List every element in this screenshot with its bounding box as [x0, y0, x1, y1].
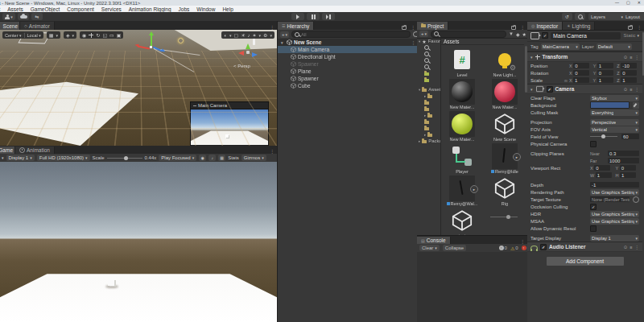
tab-lighting[interactable]: ☀Lighting: [563, 22, 595, 30]
snap-icon[interactable]: ◈: [66, 32, 70, 38]
hierarchy-item-spawner-disabled[interactable]: Spawner: [278, 60, 418, 68]
far-clip-field[interactable]: 1000: [608, 158, 639, 163]
asset-subfolder[interactable]: [417, 118, 440, 125]
hierarchy-item-spawner[interactable]: Spawner: [278, 75, 418, 82]
move-tool-icon[interactable]: [89, 33, 93, 38]
rotate-tool-icon[interactable]: ↻: [96, 32, 100, 38]
hierarchy-search[interactable]: [291, 31, 411, 38]
background-color-swatch[interactable]: [590, 101, 630, 109]
help-icon[interactable]: ⊙: [624, 245, 628, 250]
favorites-root[interactable]: ▾★Favorites: [417, 38, 440, 44]
orientation-gizmo[interactable]: [239, 44, 257, 60]
active-checkbox[interactable]: ✓: [542, 32, 548, 39]
scale-z-field[interactable]: 1: [621, 77, 637, 83]
expand-badge-icon[interactable]: ▸: [470, 185, 478, 193]
msaa-dropdown[interactable]: Use Graphics Settings▾: [590, 218, 639, 225]
panel-menu-icon[interactable]: ⋮: [267, 148, 277, 154]
mute-audio-icon[interactable]: ♪: [208, 155, 216, 161]
play-button[interactable]: [291, 13, 304, 20]
static-dropdown[interactable]: Static▾: [623, 33, 639, 38]
asset-tile-remy-idle[interactable]: ▸ Remy@Idle: [486, 143, 523, 174]
tab-animator[interactable]: ◇Animator: [20, 22, 55, 30]
2d-toggle-icon[interactable]: ▢: [233, 32, 238, 38]
game-viewport[interactable]: [0, 162, 277, 322]
favorites-search-item[interactable]: [417, 44, 440, 51]
asset-tile-player[interactable]: Player: [444, 143, 481, 174]
save-search-icon[interactable]: ★: [522, 31, 526, 37]
position-x-field[interactable]: 0: [573, 63, 589, 68]
physical-camera-checkbox[interactable]: [590, 141, 597, 147]
asset-subfolder[interactable]: [417, 105, 440, 112]
project-search[interactable]: [431, 31, 506, 38]
asset-subfolder[interactable]: [417, 99, 440, 105]
foldout-icon[interactable]: ▾: [530, 55, 533, 60]
component-menu-icon[interactable]: ⋮: [635, 55, 640, 60]
warning-filter[interactable]: ⚠0: [510, 246, 518, 251]
dynamic-resolution-checkbox[interactable]: [590, 225, 597, 232]
fov-slider-knob[interactable]: [601, 134, 605, 138]
camera-settings-icon[interactable]: ⚙: [263, 32, 267, 38]
account-button[interactable]: ▾: [2, 13, 15, 20]
position-y-field[interactable]: 1: [597, 63, 613, 68]
hierarchy-scene-root[interactable]: ▾ New Scene ⋮: [278, 39, 418, 46]
link-scale-icon[interactable]: ∞: [564, 78, 568, 83]
menu-gameobject[interactable]: GameObject: [31, 6, 60, 12]
asset-tile-rig[interactable]: Rig: [486, 175, 523, 206]
favorites-search-item[interactable]: [417, 57, 440, 64]
panel-menu-icon[interactable]: ⋮: [518, 24, 527, 30]
cloud-button[interactable]: [18, 13, 29, 20]
tab-inspector[interactable]: ◎Inspector: [527, 22, 563, 30]
hierarchy-item-plane[interactable]: Plane: [278, 68, 418, 75]
tab-animation[interactable]: Animation: [15, 147, 55, 154]
console-log-area[interactable]: [417, 252, 527, 322]
clear-flags-dropdown[interactable]: Skybox▾: [590, 95, 639, 101]
menu-jobs[interactable]: Jobs: [179, 6, 190, 12]
filter-by-label-icon[interactable]: ◆: [516, 31, 520, 37]
rotation-z-field[interactable]: 0: [621, 70, 637, 76]
preset-icon[interactable]: ≡: [630, 245, 632, 250]
view-tool-icon[interactable]: ◉: [82, 32, 86, 38]
breadcrumb[interactable]: Assets: [441, 38, 524, 45]
gizmo-center-cube[interactable]: [246, 51, 250, 54]
scene-viewport[interactable]: < Persp Main Camera Center ▾ Local ▾ ▦▾ …: [0, 30, 277, 146]
depth-field[interactable]: -1: [590, 182, 639, 188]
persp-label[interactable]: < Persp: [233, 64, 250, 68]
collab-button[interactable]: ⇆: [31, 13, 43, 20]
projection-dropdown[interactable]: Perspective▾: [590, 119, 639, 126]
gizmo-y-cone[interactable]: [246, 43, 250, 49]
target-display-dropdown[interactable]: Display 1▾: [590, 235, 639, 242]
resolution-dropdown[interactable]: Full HD (1920x1080)▾: [37, 155, 90, 161]
step-button[interactable]: [322, 13, 335, 20]
rotation-y-field[interactable]: 0: [597, 70, 613, 76]
scale-y-field[interactable]: 1: [597, 77, 613, 83]
clear-button[interactable]: Clear▾: [419, 245, 440, 251]
search-button[interactable]: [575, 13, 585, 20]
asset-tile-material-black[interactable]: New Mater...: [444, 79, 481, 109]
create-button[interactable]: +▾: [280, 31, 289, 38]
target-texture-field[interactable]: None (Render Texture): [590, 196, 630, 202]
maximize-icon[interactable]: ▢: [626, 0, 630, 5]
effects-toggle-icon[interactable]: ✶: [253, 32, 257, 38]
display-dropdown[interactable]: Display 1▾: [6, 155, 35, 161]
preset-icon[interactable]: ≡: [630, 55, 632, 60]
fov-value-field[interactable]: 60: [621, 134, 639, 139]
pause-button[interactable]: [307, 13, 320, 20]
close-icon[interactable]: ✕: [638, 0, 641, 5]
component-menu-icon[interactable]: ⋮: [635, 245, 640, 250]
object-picker-icon[interactable]: [633, 196, 639, 203]
asset-subfolder[interactable]: ▸: [417, 112, 440, 118]
tab-game[interactable]: Game: [0, 147, 15, 154]
hierarchy-item-main-camera[interactable]: Main Camera: [278, 46, 418, 53]
asset-tile-material-green[interactable]: New Mater...: [444, 111, 481, 142]
minimize-icon[interactable]: —: [615, 0, 619, 5]
asset-subfolder[interactable]: [417, 125, 440, 131]
scale-x-field[interactable]: 1: [573, 77, 589, 83]
asset-tile-level[interactable]: # Level: [444, 47, 481, 77]
menu-assets[interactable]: Assets: [7, 6, 23, 12]
hdr-dropdown[interactable]: Use Graphics Settings▾: [590, 211, 639, 217]
viewport-h-field[interactable]: 1: [620, 172, 636, 178]
assets-root-folder[interactable]: ▾Assets: [417, 86, 440, 93]
audio-listener-checkbox[interactable]: ✓: [540, 244, 547, 250]
menu-window[interactable]: Window: [196, 6, 215, 12]
layers-dropdown[interactable]: Layers▾: [588, 13, 625, 20]
